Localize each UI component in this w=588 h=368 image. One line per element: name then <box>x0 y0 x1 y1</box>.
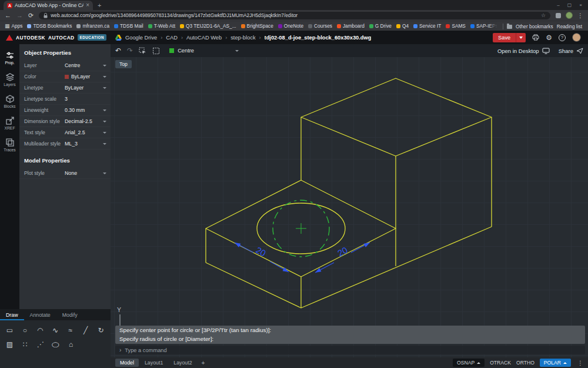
layers-icon <box>6 73 14 81</box>
breadcrumb-autocad-web[interactable]: AutoCAD Web <box>186 35 222 41</box>
sidebar-item-properties[interactable]: Prop. <box>0 49 19 67</box>
breadcrumb-google-drive[interactable]: Google Drive <box>125 35 157 41</box>
bookmark-item[interactable]: G Drive <box>369 23 392 29</box>
window-maximize-icon[interactable]: ▢ <box>567 2 572 8</box>
help-icon[interactable]: ? <box>559 34 566 41</box>
point-tool-icon[interactable]: ⋰ <box>34 339 46 350</box>
property-row[interactable]: Color ByLayer <box>19 71 111 82</box>
browser-tab[interactable]: A AutoCAD Web App - Online CAD × <box>4 1 93 10</box>
sidebar-item-xref[interactable]: XREF <box>0 114 19 132</box>
select-window-icon[interactable] <box>139 47 146 55</box>
breadcrumb-cad[interactable]: CAD <box>166 35 178 41</box>
new-tab-button[interactable]: + <box>98 2 101 9</box>
centre-circle <box>273 200 329 257</box>
osnap-toggle[interactable]: OSNAP <box>453 359 485 367</box>
bookmark-item[interactable]: Service IT <box>413 23 441 29</box>
settings-gear-icon[interactable]: ⚙ <box>546 34 552 41</box>
apps-shortcut[interactable]: ▦ Apps <box>5 23 22 29</box>
save-button[interactable]: Save <box>493 33 526 42</box>
bookmark-item[interactable]: SAP-IEPs <box>470 23 498 29</box>
layout-tab[interactable]: Layout1 <box>140 359 168 367</box>
array-tool-icon[interactable]: ∷ <box>19 339 31 350</box>
polar-toggle[interactable]: POLAR <box>540 359 571 367</box>
ellipse-tool-icon[interactable]: ◯ <box>49 341 62 349</box>
layout-tab[interactable]: Layout2 <box>169 359 196 367</box>
property-row[interactable]: Text style Arial_2.5 <box>19 127 111 138</box>
open-in-desktop-link[interactable]: Open in Desktop <box>497 48 550 54</box>
command-input[interactable]: › Type a command <box>115 346 585 354</box>
back-icon[interactable]: ← <box>5 12 11 19</box>
add-layout-button[interactable]: + <box>198 360 209 366</box>
bookmark-item[interactable]: TDSB Mail <box>114 23 143 29</box>
redo-icon[interactable]: ↷ <box>127 47 133 54</box>
property-value: 3 <box>65 96 103 102</box>
polygon-tool-icon[interactable]: ⌂ <box>65 339 77 350</box>
view-cube-label[interactable]: Top <box>115 60 132 68</box>
breadcrumb-step-block[interactable]: step-block <box>230 35 255 41</box>
sidebar-item-layers[interactable]: Layers <box>0 71 19 89</box>
reading-list[interactable]: Reading list <box>557 24 582 29</box>
other-bookmarks[interactable]: Other bookmarks <box>516 24 553 29</box>
rectangle-tool-icon[interactable]: ▭ <box>4 325 16 336</box>
bookmark-item[interactable]: Jamboard <box>337 23 365 29</box>
undo-icon[interactable]: ↶ <box>115 47 121 54</box>
dock-tab[interactable]: Annotate <box>24 309 56 320</box>
forward-icon[interactable]: → <box>16 12 23 19</box>
drawing-canvas[interactable]: 20 20 Y ↶ ↷ Centre <box>111 44 588 357</box>
bookmark-label: Courses <box>314 23 332 29</box>
print-icon[interactable] <box>532 34 539 41</box>
bookmark-item[interactable]: T-Web Att <box>148 23 175 29</box>
property-row[interactable]: Multileader style ML_3 <box>19 138 111 150</box>
xref-icon <box>6 117 14 125</box>
ortho-toggle[interactable]: ORTHO <box>516 360 534 366</box>
share-link[interactable]: Share <box>559 48 583 54</box>
property-row[interactable]: Linetype scale 3 <box>19 94 111 105</box>
property-row[interactable]: Dimension style Decimal-2.5 <box>19 116 111 127</box>
hatch-tool-icon[interactable]: ▨ <box>4 339 16 350</box>
bookmark-star-icon[interactable]: ☆ <box>541 12 546 18</box>
property-row[interactable]: Lineweight 0.30 mm <box>19 105 111 116</box>
user-avatar[interactable] <box>572 33 581 42</box>
line-tool-icon[interactable]: ╱ <box>79 325 92 336</box>
bookmark-item[interactable]: TDSB Bookmarks <box>27 23 72 29</box>
property-value-text: Arial_2.5 <box>65 130 85 135</box>
property-row[interactable]: Plot style None <box>19 168 111 179</box>
spline-tool-icon[interactable]: ≈ <box>64 325 76 336</box>
bookmark-item[interactable]: BrightSpace <box>241 23 273 29</box>
window-minimize-icon[interactable]: – <box>557 2 559 8</box>
sidebar-item-blocks[interactable]: Blocks <box>0 92 19 111</box>
status-bar: Model Layout1 Layout2 + OSNAP OTRACK ORT… <box>111 357 588 368</box>
sidebar-item-traces[interactable]: Traces <box>0 136 19 154</box>
extension-icon[interactable] <box>556 13 561 18</box>
bookmark-item[interactable]: SAMS <box>446 23 466 29</box>
address-bar[interactable]: web.autocad.com/googledrive/134089644989… <box>39 12 550 19</box>
revision-cloud-tool-icon[interactable]: ↻ <box>95 325 107 336</box>
model-tab[interactable]: Model <box>115 359 139 367</box>
profile-avatar[interactable] <box>566 12 573 19</box>
tab-close-icon[interactable]: × <box>86 2 89 8</box>
status-menu-icon[interactable]: ⋮ <box>576 360 583 366</box>
window-close-icon[interactable]: × <box>579 2 582 8</box>
bookmark-item[interactable]: Courses <box>308 23 332 29</box>
property-label: Linetype scale <box>24 96 65 102</box>
otrack-toggle[interactable]: OTRACK <box>490 360 511 366</box>
browser-menu-icon[interactable]: ⋮ <box>577 12 583 19</box>
polyline-tool-icon[interactable]: ∿ <box>49 325 62 336</box>
save-dropdown[interactable] <box>516 33 526 42</box>
select-lasso-icon[interactable] <box>152 47 160 55</box>
property-row[interactable]: Layer Centre <box>19 60 111 71</box>
layer-dropdown[interactable]: Centre <box>169 48 239 54</box>
browser-extensions: ⋮ <box>556 12 583 19</box>
autodesk-logo-icon <box>6 35 13 41</box>
bookmark-item[interactable]: Q3 TEIJ2D1-6A_AS_... <box>180 23 236 29</box>
reload-icon[interactable]: ⟳ <box>28 12 34 19</box>
property-row[interactable]: Linetype ByLayer <box>19 82 111 94</box>
bookmark-item[interactable]: mfranzen.ca <box>76 23 109 29</box>
dock-tab[interactable]: Modify <box>56 309 83 320</box>
model-viewport[interactable]: 20 20 Y <box>111 44 588 357</box>
dock-tab[interactable]: Draw <box>0 309 24 320</box>
bookmark-item[interactable]: OneNote <box>278 23 303 29</box>
bookmark-item[interactable]: Q4 <box>396 23 409 29</box>
arc-tool-icon[interactable]: ◠ <box>34 325 46 336</box>
circle-tool-icon[interactable]: ○ <box>19 325 31 336</box>
